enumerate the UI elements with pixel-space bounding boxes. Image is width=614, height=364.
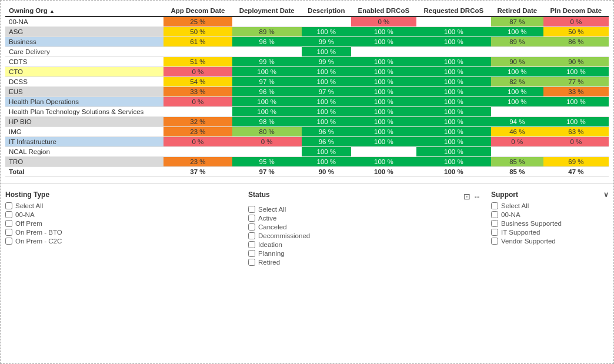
col-deploy-date: Deployment Date (232, 5, 302, 16)
cell-plnDecom (543, 47, 609, 57)
status-checkbox-3[interactable] (248, 232, 255, 239)
hosting-filter-label[interactable]: Off Prem (15, 220, 42, 227)
cell-requestedDRCoS: 100 % (416, 127, 491, 137)
cell-org: DCSS (5, 77, 163, 87)
hosting-filter-label[interactable]: On Prem - BTO (15, 229, 62, 236)
status-filter-label[interactable]: Retired (258, 259, 280, 266)
hosting-filter-label[interactable]: On Prem - C2C (15, 238, 62, 245)
cell-description: 100 % (302, 47, 351, 57)
support-select-all-checkbox[interactable] (491, 202, 498, 209)
status-filter-label[interactable]: Planning (258, 250, 285, 257)
support-filter-label[interactable]: Vendor Supported (501, 238, 556, 245)
hosting-checkbox-3[interactable] (5, 229, 12, 236)
hosting-filter-label[interactable]: Select All (15, 202, 43, 209)
cell-deployDate: 99 % (232, 57, 302, 67)
data-table: Owning Org ▲ App Decom Date Deployment D… (5, 5, 609, 177)
cell-retiredDate: 89 % (491, 37, 543, 47)
cell-retiredDate (491, 47, 543, 57)
cell-requestedDRCoS: 100 % (416, 67, 491, 77)
hosting-filter-label[interactable]: 00-NA (15, 211, 35, 218)
cell-retiredDate (491, 147, 543, 157)
support-checkbox-4[interactable] (491, 238, 498, 245)
support-filter-label[interactable]: 00-NA (501, 211, 520, 218)
cell-deployDate: 89 % (232, 27, 302, 37)
status-filter-title: Status (248, 191, 270, 199)
status-filter-label[interactable]: Ideation (258, 241, 282, 248)
cell-retiredDate: 46 % (491, 127, 543, 137)
table-row: Health Plan Technology Solutions & Servi… (5, 107, 609, 117)
cell-org: Health Plan Technology Solutions & Servi… (5, 107, 163, 117)
status-filter-label[interactable]: Canceled (258, 223, 287, 231)
cell-deployDate: 97 % (232, 167, 302, 177)
support-filter-item: 00-NA (491, 211, 609, 218)
more-icon[interactable]: ··· (474, 192, 479, 201)
cell-enabledDRCoS: 100 % (351, 167, 416, 177)
status-filter-label[interactable]: Active (258, 215, 276, 222)
col-owning-org[interactable]: Owning Org ▲ (5, 5, 163, 16)
col-description: Description (302, 5, 351, 16)
table-row: Business61 %96 %99 %100 %100 %89 %86 % (5, 37, 609, 47)
cell-org: EUS (5, 87, 163, 97)
expand-icon[interactable]: ⊡ (463, 192, 470, 201)
status-filter-label[interactable]: Decommissioned (258, 232, 310, 239)
hosting-filter-item: Off Prem (5, 220, 236, 227)
hosting-checkbox-1[interactable] (5, 211, 12, 218)
hosting-checkbox-2[interactable] (5, 220, 12, 227)
cell-plnDecom: 0 % (543, 16, 609, 27)
status-checkbox-5[interactable] (248, 250, 255, 257)
support-filter-label[interactable]: Select All (501, 202, 529, 209)
support-checkbox-3[interactable] (491, 229, 498, 236)
cell-org: CTO (5, 67, 163, 77)
status-filter-item: Planning (248, 250, 479, 257)
cell-description: 100 % (302, 67, 351, 77)
status-checkbox-2[interactable] (248, 223, 255, 231)
hosting-checkbox-4[interactable] (5, 238, 12, 245)
sort-icon: ▲ (49, 8, 55, 14)
table-row: Health Plan Operations0 %100 %100 %100 %… (5, 97, 609, 107)
cell-description: 90 % (302, 167, 351, 177)
table-row: IMG23 %80 %96 %100 %100 %46 %63 % (5, 127, 609, 137)
support-chevron-icon[interactable]: ∨ (603, 191, 609, 199)
status-select-all-checkbox[interactable] (248, 206, 255, 213)
cell-description: 100 % (302, 27, 351, 37)
cell-requestedDRCoS: 100 % (416, 117, 491, 127)
support-checkbox-1[interactable] (491, 211, 498, 218)
status-filter-label[interactable]: Select All (258, 206, 286, 213)
support-filter-label[interactable]: Business Supported (501, 220, 562, 227)
cell-requestedDRCoS: 100 % (416, 167, 491, 177)
col-app-decom: App Decom Date (163, 5, 232, 16)
table-row: ASG50 %89 %100 %100 %100 %100 %50 % (5, 27, 609, 37)
table-row: DCSS54 %97 %100 %100 %100 %82 %77 % (5, 77, 609, 87)
support-filter-label[interactable]: IT Supported (501, 229, 540, 236)
cell-retiredDate: 100 % (491, 67, 543, 77)
hosting-filter-item: 00-NA (5, 211, 236, 218)
status-filter-item: Ideation (248, 241, 479, 248)
col-retired-date: Retired Date (491, 5, 543, 16)
cell-retiredDate: 100 % (491, 97, 543, 107)
col-enabled-drcos: Enabled DRCoS (351, 5, 416, 16)
status-checkbox-6[interactable] (248, 259, 255, 266)
status-checkbox-4[interactable] (248, 241, 255, 248)
cell-requestedDRCoS (416, 16, 491, 27)
cell-requestedDRCoS: 100 % (416, 147, 491, 157)
cell-plnDecom: 77 % (543, 77, 609, 87)
cell-retiredDate (491, 107, 543, 117)
cell-requestedDRCoS: 100 % (416, 27, 491, 37)
cell-deployDate (232, 16, 302, 27)
hosting-filter-group: Hosting Type Select All00-NAOff PremOn P… (5, 191, 248, 268)
table-row: CTO0 %100 %100 %100 %100 %100 %100 % (5, 67, 609, 77)
support-filter-title: Support (491, 191, 518, 199)
status-checkbox-1[interactable] (248, 215, 255, 222)
cell-appDecom: 0 % (163, 97, 232, 107)
cell-description: 100 % (302, 77, 351, 87)
cell-org: CDTS (5, 57, 163, 67)
cell-enabledDRCoS: 100 % (351, 137, 416, 147)
table-row: 00-NA25 %0 %87 %0 % (5, 16, 609, 27)
cell-requestedDRCoS (416, 47, 491, 57)
cell-plnDecom (543, 107, 609, 117)
cell-requestedDRCoS: 100 % (416, 57, 491, 67)
support-checkbox-2[interactable] (491, 220, 498, 227)
status-filter-item: Select All (248, 206, 479, 213)
cell-description: 100 % (302, 107, 351, 117)
hosting-select-all-checkbox[interactable] (5, 202, 12, 209)
